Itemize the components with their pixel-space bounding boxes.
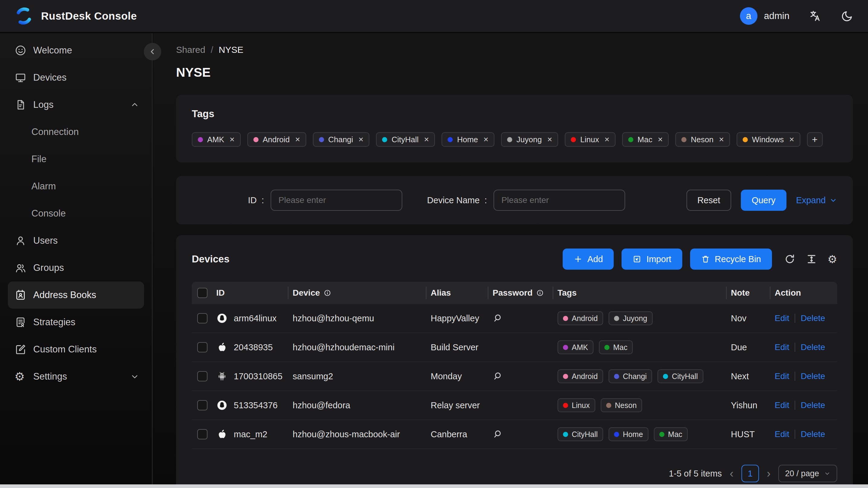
tag-chip[interactable]: Windows × — [737, 132, 800, 147]
sidebar-item-connection[interactable]: Connection — [0, 118, 152, 146]
tag-remove-icon[interactable]: × — [484, 135, 488, 144]
horizontal-scrollbar[interactable] — [0, 484, 868, 488]
select-all-checkbox[interactable] — [197, 288, 208, 298]
device-alias: Build Server — [426, 342, 488, 353]
row-height-icon[interactable] — [806, 253, 817, 265]
tag-chip[interactable]: Juyong × — [501, 132, 558, 147]
tag-chip[interactable]: Changi × — [313, 132, 370, 147]
page-size-select[interactable]: 20 / page — [778, 465, 837, 482]
sidebar-item-alarm[interactable]: Alarm — [0, 173, 152, 200]
import-button[interactable]: Import — [622, 248, 682, 270]
theme-toggle-moon-icon[interactable] — [841, 10, 854, 22]
user-menu[interactable]: a admin — [740, 7, 789, 25]
device-name-filter-input[interactable] — [494, 190, 625, 211]
tag-remove-icon[interactable]: × — [789, 135, 794, 144]
edit-link[interactable]: Edit — [775, 400, 789, 410]
password-view-icon[interactable] — [493, 313, 503, 324]
row-checkbox[interactable] — [197, 313, 208, 324]
filter-actions: Reset Query Expand — [686, 190, 837, 211]
tag-chip[interactable]: Android × — [247, 132, 306, 147]
id-filter-input[interactable] — [271, 190, 402, 211]
password-view-icon[interactable] — [493, 429, 503, 439]
delete-link[interactable]: Delete — [801, 400, 825, 410]
sidebar-item-settings[interactable]: ⚙ Settings — [0, 363, 152, 390]
plus-icon — [574, 254, 583, 264]
avatar[interactable]: a — [740, 7, 757, 25]
reset-button[interactable]: Reset — [686, 190, 731, 211]
row-checkbox[interactable] — [197, 371, 208, 382]
tag-chip[interactable]: Home × — [441, 132, 494, 147]
sidebar-item-label: Alarm — [31, 181, 56, 192]
delete-link[interactable]: Delete — [801, 429, 825, 439]
tag-remove-icon[interactable]: × — [424, 135, 429, 144]
sidebar-item-logs[interactable]: Logs — [0, 91, 152, 118]
column-header-id[interactable]: ID — [211, 282, 288, 304]
column-header-password[interactable]: Password — [488, 282, 553, 304]
device-table-row: 1700310865 sansumg2 Monday — [192, 362, 837, 391]
sidebar-item-file[interactable]: File — [0, 146, 152, 173]
sidebar-item-strategies[interactable]: Strategies — [0, 309, 152, 336]
tag-remove-icon[interactable]: × — [719, 135, 724, 144]
tag-label: Android — [263, 135, 290, 144]
tag-remove-icon[interactable]: × — [604, 135, 609, 144]
column-header-alias[interactable]: Alias — [426, 282, 488, 304]
info-icon — [323, 289, 331, 297]
delete-link[interactable]: Delete — [801, 313, 825, 323]
expand-link[interactable]: Expand — [796, 195, 837, 205]
monitor-icon — [14, 71, 27, 84]
devices-panel-title: Devices — [192, 253, 229, 265]
previous-page-icon[interactable]: ‹ — [730, 468, 734, 479]
column-header-tags[interactable]: Tags — [553, 282, 726, 304]
delete-link[interactable]: Delete — [801, 342, 825, 352]
tag-remove-icon[interactable]: × — [658, 135, 663, 144]
language-icon[interactable] — [809, 10, 822, 22]
edit-link[interactable]: Edit — [775, 313, 789, 323]
row-checkbox[interactable] — [197, 400, 208, 410]
refresh-icon[interactable] — [784, 253, 796, 265]
edit-link[interactable]: Edit — [775, 371, 789, 381]
recycle-bin-label: Recycle Bin — [715, 254, 761, 264]
delete-link[interactable]: Delete — [801, 371, 825, 381]
add-device-button[interactable]: Add — [563, 248, 614, 270]
breadcrumb-parent[interactable]: Shared — [176, 45, 205, 55]
table-settings-gear-icon[interactable]: ⚙ — [828, 253, 837, 266]
add-device-label: Add — [587, 254, 603, 264]
import-icon — [632, 254, 642, 264]
tag-label: Changi — [328, 135, 353, 144]
password-view-icon[interactable] — [493, 371, 503, 382]
tag-chip[interactable]: Linux × — [565, 132, 616, 147]
sidebar-collapse-button[interactable] — [144, 43, 161, 60]
tag-remove-icon[interactable]: × — [547, 135, 552, 144]
sidebar-item-users[interactable]: Users — [0, 227, 152, 254]
page-number-button[interactable]: 1 — [741, 465, 759, 482]
column-header-note[interactable]: Note — [726, 282, 770, 304]
device-tags: CityHall Home Mac — [553, 427, 726, 441]
row-checkbox[interactable] — [197, 429, 208, 439]
sidebar-item-custom-clients[interactable]: Custom Clients — [0, 336, 152, 363]
device-table-row: 513354376 hzhou@fedora Relay server — [192, 391, 837, 420]
column-header-device[interactable]: Device — [288, 282, 426, 304]
tag-remove-icon[interactable]: × — [359, 135, 363, 144]
tag-remove-icon[interactable]: × — [295, 135, 300, 144]
linux-os-icon — [216, 312, 228, 324]
edit-link[interactable]: Edit — [775, 342, 789, 352]
next-page-icon[interactable]: › — [767, 468, 771, 479]
query-button[interactable]: Query — [741, 190, 786, 211]
tag-remove-icon[interactable]: × — [229, 135, 235, 144]
tag-label: Home — [623, 430, 643, 439]
recycle-bin-button[interactable]: Recycle Bin — [690, 248, 772, 270]
row-tag-chip: Neson — [601, 398, 642, 412]
tag-chip[interactable]: Neson × — [675, 132, 730, 147]
tag-chip[interactable]: AMK × — [192, 132, 241, 147]
row-checkbox[interactable] — [197, 342, 208, 353]
sidebar-item-console[interactable]: Console — [0, 200, 152, 227]
edit-link[interactable]: Edit — [775, 429, 789, 439]
sidebar-item-address-books[interactable]: Address Books — [8, 281, 144, 309]
tag-chip[interactable]: Mac × — [622, 132, 669, 147]
add-tag-button[interactable]: + — [807, 132, 823, 147]
sidebar-item-groups[interactable]: Groups — [0, 254, 152, 281]
page-title: NYSE — [176, 65, 853, 80]
sidebar-item-devices[interactable]: Devices — [0, 64, 152, 91]
sidebar-item-welcome[interactable]: Welcome — [0, 37, 152, 64]
tag-chip[interactable]: CityHall × — [376, 132, 435, 147]
